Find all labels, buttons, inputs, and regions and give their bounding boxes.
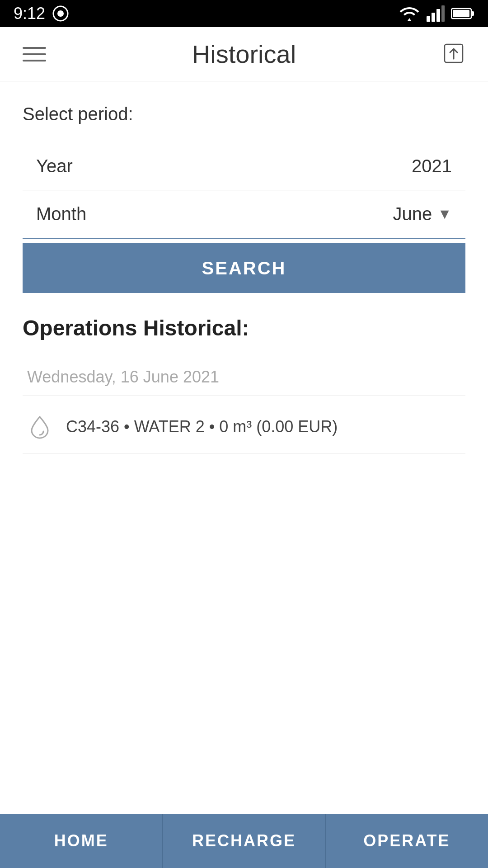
menu-button[interactable] xyxy=(18,42,51,66)
search-button[interactable]: SEARCH xyxy=(23,243,465,293)
operate-button[interactable]: OPERATE xyxy=(326,814,488,868)
operations-section: Operations Historical: Wednesday, 16 Jun… xyxy=(23,316,465,453)
bottom-nav: HOME RECHARGE OPERATE xyxy=(0,814,488,868)
svg-rect-7 xyxy=(471,11,474,16)
water-drop-icon xyxy=(27,414,52,439)
signal-circle-icon xyxy=(52,5,70,23)
recharge-button[interactable]: RECHARGE xyxy=(163,814,325,868)
signal-bars-icon xyxy=(427,5,445,22)
status-bar-right xyxy=(399,5,474,22)
menu-line-3 xyxy=(23,60,46,61)
share-icon xyxy=(442,42,465,65)
svg-rect-4 xyxy=(436,9,440,22)
dropdown-arrow-icon: ▼ xyxy=(437,206,452,222)
record-text: C34-36 • WATER 2 • 0 m³ (0.00 EUR) xyxy=(66,417,338,436)
menu-line-1 xyxy=(23,47,46,49)
svg-rect-2 xyxy=(427,16,430,22)
month-value: June ▼ xyxy=(393,204,452,224)
app-title: Historical xyxy=(192,39,296,69)
operations-title: Operations Historical: xyxy=(23,316,465,340)
battery-icon xyxy=(451,7,474,20)
home-button[interactable]: HOME xyxy=(0,814,163,868)
status-bar-left: 9:12 xyxy=(14,4,70,23)
wifi-icon xyxy=(399,5,420,22)
svg-rect-5 xyxy=(441,5,445,22)
date-entry: Wednesday, 16 June 2021 xyxy=(23,359,465,396)
svg-rect-8 xyxy=(453,10,469,17)
year-value: 2021 xyxy=(412,156,452,176)
svg-rect-3 xyxy=(432,13,435,22)
svg-point-1 xyxy=(57,10,64,17)
app-bar: Historical xyxy=(0,27,488,81)
main-content: Select period: Year 2021 Month June ▼ SE… xyxy=(0,81,488,814)
month-row[interactable]: Month June ▼ xyxy=(23,190,465,239)
month-label: Month xyxy=(36,204,86,224)
year-label: Year xyxy=(36,156,73,176)
status-time: 9:12 xyxy=(14,4,45,23)
record-row[interactable]: C34-36 • WATER 2 • 0 m³ (0.00 EUR) xyxy=(23,401,465,453)
share-button[interactable] xyxy=(437,37,470,71)
select-period-label: Select period: xyxy=(23,104,465,124)
menu-line-2 xyxy=(23,53,46,55)
status-bar: 9:12 xyxy=(0,0,488,27)
year-row[interactable]: Year 2021 xyxy=(23,142,465,190)
